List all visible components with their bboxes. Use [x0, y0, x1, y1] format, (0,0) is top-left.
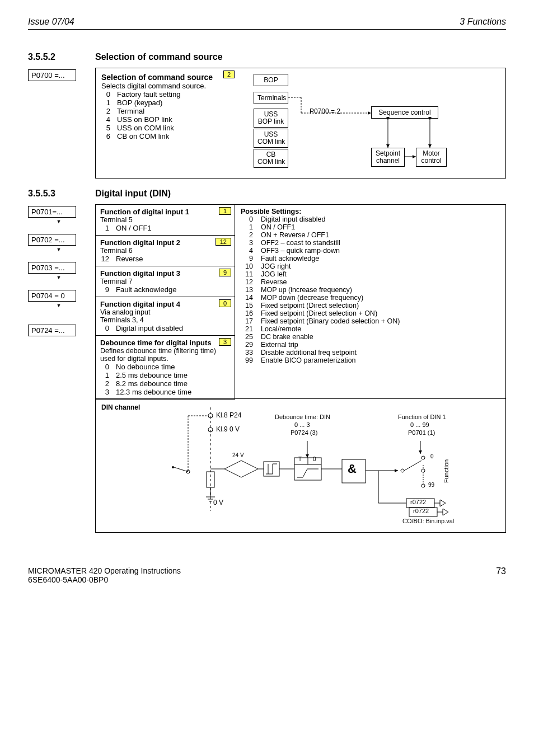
din2-title: Function digital input 2	[100, 238, 180, 247]
arrow-down-icon	[28, 275, 90, 280]
header-right: 3 Functions	[460, 17, 506, 27]
din1-title: Function of digital input 1	[100, 208, 189, 216]
param-p0700: P0700 =...	[28, 69, 76, 81]
din-channel-diagram: DIN channel	[95, 398, 506, 533]
label-fn-p: P0701 (1)	[408, 429, 435, 436]
svg-point-33	[421, 456, 425, 459]
and-gate-icon: &	[348, 462, 357, 476]
label-sel-0: 0	[430, 453, 434, 459]
din5-title: Debounce time for digital inputs	[100, 339, 212, 347]
label-debounce-p: P0724 (3)	[291, 429, 317, 436]
param-p0702: P0702 =...	[28, 234, 76, 246]
page-header: Issue 07/04 3 Functions	[28, 17, 506, 30]
badge-din3: 9	[219, 269, 231, 276]
label-T: T	[298, 456, 302, 462]
din-block-2: 12 Function digital input 2 Terminal 6 1…	[95, 235, 235, 266]
section-number: 3.5.5.2	[28, 52, 78, 62]
svg-point-34	[421, 469, 425, 472]
badge-din2: 12	[216, 238, 231, 246]
arrow-down-icon	[28, 219, 90, 224]
footer-line1: MICROMASTER 420 Operating Instructions	[28, 566, 181, 575]
svg-line-12	[174, 467, 188, 472]
block-title: Selection of command source	[101, 73, 230, 82]
command-source-box: 2 Selection of command source Selects di…	[95, 68, 506, 179]
label-debounce-t: Debounce time: DIN	[275, 414, 330, 420]
label-kl9: Kl.9 0 V	[216, 425, 240, 433]
din3-title: Function digital input 3	[100, 269, 180, 278]
section-heading: 3.5.5.2 Selection of command source	[28, 52, 506, 62]
label-r0722b: r0722	[413, 508, 429, 514]
page-number: 73	[496, 566, 506, 584]
section-title-din: Digital input (DIN)	[95, 189, 171, 199]
badge-p0700: 2	[223, 71, 235, 78]
label-sel-99: 99	[428, 482, 434, 488]
param-p0724: P0724 =...	[28, 325, 76, 336]
din-block-5: 3 Debounce time for digital inputs Defin…	[95, 335, 235, 400]
label-24v: 24 V	[232, 452, 244, 458]
param-p0703: P0703 =...	[28, 262, 76, 274]
param-p0704: P0704 = 0	[28, 290, 76, 302]
arrow-down-icon	[28, 247, 90, 252]
din-block-4: 0 Function digital input 4 Via analog in…	[95, 297, 235, 336]
din-block-1: 1 Function of digital input 1 Terminal 5…	[95, 204, 235, 236]
label-cobo: CO/BO: Bin.inp.val	[402, 518, 454, 524]
arrow-down-icon	[28, 303, 90, 308]
header-left: Issue 07/04	[28, 17, 74, 27]
label-debounce-r: 0 ... 3	[294, 421, 310, 428]
settings-title: Possible Settings:	[241, 208, 500, 215]
label-fn-r: 0 ... 99	[410, 421, 429, 428]
section-title: Selection of command source	[95, 52, 223, 62]
din4-title: Function digital input 4	[100, 300, 180, 308]
label-fn-t: Function of DIN 1	[398, 414, 446, 420]
label-0v: 0 V	[213, 499, 223, 506]
svg-point-13	[172, 466, 174, 468]
possible-settings: Possible Settings: 0Digital input disabl…	[235, 204, 506, 399]
svg-point-36	[401, 469, 404, 472]
page-footer: MICROMASTER 420 Operating Instructions 6…	[28, 566, 506, 584]
param-p0701: P0701=...	[28, 206, 76, 218]
label-kl8: Kl.8 P24	[216, 411, 241, 419]
badge-din1: 1	[219, 207, 231, 215]
footer-line2: 6SE6400-5AA00-0BP0	[28, 575, 181, 584]
diagram-lines	[237, 73, 494, 173]
label-r0722a: r0722	[410, 499, 426, 505]
badge-din4: 0	[219, 299, 231, 307]
section-number-din: 3.5.5.3	[28, 189, 78, 199]
command-source-diagram: BOP Terminals USS BOP link USS COM link …	[237, 73, 500, 173]
badge-din5: 3	[219, 338, 231, 346]
block-subtitle: Selects digital command source.	[101, 82, 230, 90]
label-zero-t: 0	[313, 456, 316, 462]
label-function: Function	[443, 459, 449, 483]
svg-line-37	[404, 461, 421, 471]
din-block-3: 9 Function digital input 3 Terminal 7 9F…	[95, 266, 235, 297]
svg-marker-20	[224, 461, 258, 477]
section-heading-din: 3.5.5.3 Digital input (DIN)	[28, 189, 506, 199]
svg-point-35	[421, 484, 425, 487]
